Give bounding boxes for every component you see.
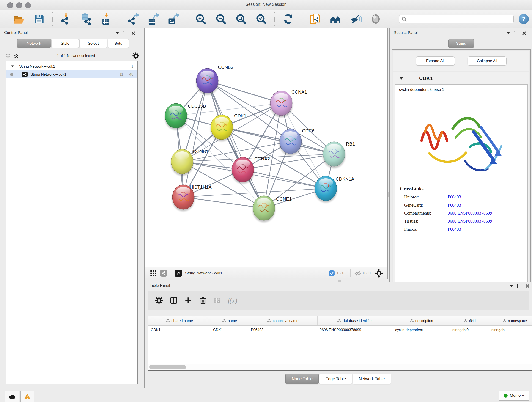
selected-nodes-checkbox-icon[interactable] bbox=[329, 270, 335, 276]
table-panel-float-icon[interactable] bbox=[510, 285, 513, 287]
table-cell[interactable]: 9606.ENSP00000378699 bbox=[317, 326, 393, 335]
table-cell[interactable]: stringdb bbox=[489, 326, 532, 335]
zoom-fit-icon[interactable] bbox=[234, 13, 247, 26]
control-panel-dock-icon[interactable] bbox=[123, 31, 127, 35]
warnings-button[interactable] bbox=[20, 391, 34, 402]
gene-entry-panel: CDK1 cyclin-dependent kinase 1 bbox=[393, 72, 529, 299]
column-header-description[interactable]: description bbox=[393, 316, 450, 326]
import-network-file-icon[interactable] bbox=[60, 13, 72, 26]
refresh-network-icon[interactable] bbox=[282, 13, 295, 26]
import-network-database-icon[interactable] bbox=[80, 13, 93, 26]
splitter-grip[interactable] bbox=[338, 280, 341, 282]
table-hscrollbar[interactable] bbox=[148, 364, 532, 370]
crosslink-link[interactable]: 9606.ENSP00000378699 bbox=[448, 219, 492, 224]
zoom-in-icon[interactable] bbox=[194, 13, 207, 26]
results-panel-dock-icon[interactable] bbox=[514, 31, 518, 35]
results-panel-title: Results Panel bbox=[394, 31, 418, 35]
network-row[interactable]: String Network – cdk1 11 48 bbox=[6, 70, 138, 78]
help-button[interactable]: ? bbox=[519, 14, 529, 24]
graph-node-RB1[interactable] bbox=[323, 142, 345, 168]
graph-node-CDC6[interactable] bbox=[279, 129, 302, 156]
column-header-name[interactable]: name bbox=[211, 316, 249, 326]
add-column-icon[interactable] bbox=[184, 297, 192, 304]
results-panel-float-icon[interactable] bbox=[507, 32, 510, 34]
network-canvas[interactable]: CCNB2CCNA1CDC25BCDK1CDC6RB1CCNB1CCNA2CDK… bbox=[145, 28, 388, 267]
table-row[interactable]: CDK1CDK1P064939606.ENSP00000378699cyclin… bbox=[148, 326, 532, 335]
graph-node-CCNE1[interactable] bbox=[253, 196, 275, 222]
graph-node-CCNB1[interactable] bbox=[171, 149, 193, 176]
cloud-status-button[interactable] bbox=[5, 391, 19, 402]
export-image-icon[interactable] bbox=[167, 13, 180, 26]
table-cell[interactable]: CDK1 bbox=[148, 326, 211, 335]
open-session-icon[interactable] bbox=[12, 13, 25, 26]
graph-node-CCNB2[interactable] bbox=[196, 68, 219, 95]
crosslink-link[interactable]: P06493 bbox=[448, 203, 461, 208]
hidden-elements-icon[interactable] bbox=[354, 270, 361, 277]
graph-node-CCNA2[interactable] bbox=[232, 157, 254, 184]
tab-select[interactable]: Select bbox=[79, 39, 107, 48]
zoom-selected-icon[interactable] bbox=[255, 13, 268, 26]
export-network-icon[interactable] bbox=[127, 13, 140, 26]
table-options-gear-icon[interactable] bbox=[155, 297, 163, 304]
export-table-icon[interactable] bbox=[147, 13, 160, 26]
control-panel-close-icon[interactable] bbox=[132, 32, 135, 35]
delete-column-icon[interactable] bbox=[199, 297, 207, 304]
network-style-icon[interactable] bbox=[160, 270, 167, 277]
hide-selected-icon[interactable] bbox=[349, 13, 362, 26]
function-builder-icon[interactable]: f(x) bbox=[228, 297, 237, 304]
crosslink-link[interactable]: 9606.ENSP00000378699 bbox=[448, 211, 492, 216]
gene-collapse-icon[interactable] bbox=[400, 77, 403, 80]
results-panel-close-icon[interactable] bbox=[522, 32, 526, 35]
collection-expander-icon[interactable] bbox=[11, 65, 14, 67]
memory-button[interactable]: Memory bbox=[499, 390, 529, 401]
crosslink-link[interactable]: P06493 bbox=[448, 195, 461, 200]
save-session-icon[interactable] bbox=[32, 13, 45, 26]
show-all-icon[interactable] bbox=[369, 13, 382, 26]
graph-node-CDKN1A[interactable] bbox=[315, 176, 337, 203]
table-cell[interactable]: CDK1 bbox=[211, 326, 249, 335]
first-neighbors-icon[interactable] bbox=[329, 13, 342, 26]
tab-style[interactable]: Style bbox=[51, 39, 79, 48]
table-panel-close-icon[interactable] bbox=[526, 284, 529, 288]
collapse-all-icon[interactable] bbox=[5, 53, 11, 59]
table-cell[interactable]: cyclin-dependent ... bbox=[393, 326, 450, 335]
column-header-shared-name[interactable]: shared name bbox=[148, 316, 211, 326]
search-field[interactable] bbox=[399, 15, 514, 23]
network-view-toolbar: String Network - cdk1 1 - 0 0 - 0 bbox=[145, 267, 388, 279]
tab-edge-table[interactable]: Edge Table bbox=[319, 374, 352, 384]
column-header-namespace[interactable]: namespace bbox=[489, 316, 532, 326]
tab-sets[interactable]: Sets bbox=[108, 39, 129, 48]
table-panel-dock-icon[interactable] bbox=[517, 284, 521, 288]
tab-string[interactable]: String bbox=[448, 39, 474, 48]
crosslinks-title: CrossLinks bbox=[400, 186, 492, 191]
import-table-file-icon[interactable] bbox=[100, 13, 113, 26]
delete-table-icon[interactable] bbox=[214, 297, 221, 304]
birds-eye-view-icon[interactable] bbox=[175, 269, 182, 277]
column-header--id[interactable]: @id bbox=[450, 316, 489, 326]
tab-node-table[interactable]: Node Table bbox=[285, 374, 319, 384]
fit-selected-crosshair-icon[interactable] bbox=[374, 269, 384, 278]
column-header-canonical-name[interactable]: canonical name bbox=[249, 316, 317, 326]
grid-view-icon[interactable] bbox=[150, 270, 157, 277]
table-cell[interactable]: P06493 bbox=[249, 326, 317, 335]
show-columns-icon[interactable] bbox=[170, 297, 177, 304]
zoom-out-icon[interactable] bbox=[215, 13, 227, 26]
search-input[interactable] bbox=[407, 15, 513, 23]
network-collection-row[interactable]: String Network – cdk1 1 bbox=[6, 62, 138, 70]
tab-network[interactable]: Network bbox=[17, 39, 51, 48]
expand-all-button[interactable]: Expand All bbox=[416, 56, 455, 65]
clone-network-icon[interactable] bbox=[309, 13, 322, 26]
network-graph[interactable]: CCNB2CCNA1CDC25BCDK1CDC6RB1CCNB1CCNA2CDK… bbox=[145, 28, 387, 267]
network-options-gear-icon[interactable] bbox=[133, 52, 139, 59]
table-hscrollbar-thumb[interactable] bbox=[149, 365, 186, 369]
tab-network-table[interactable]: Network Table bbox=[353, 374, 391, 384]
collapse-all-button[interactable]: Collapse All bbox=[468, 56, 507, 65]
column-header-database-identifier[interactable]: database identifier bbox=[317, 316, 393, 326]
graph-node-CDK1[interactable] bbox=[210, 115, 233, 141]
expand-all-icon[interactable] bbox=[13, 53, 19, 59]
control-panel-float-icon[interactable] bbox=[116, 32, 119, 34]
graph-node-CCNA1[interactable] bbox=[270, 91, 293, 117]
table-cell[interactable]: stringdb:9... bbox=[450, 326, 489, 335]
crosslink-link[interactable]: P06493 bbox=[448, 227, 461, 232]
graph-node-CDC25B[interactable] bbox=[165, 103, 187, 130]
